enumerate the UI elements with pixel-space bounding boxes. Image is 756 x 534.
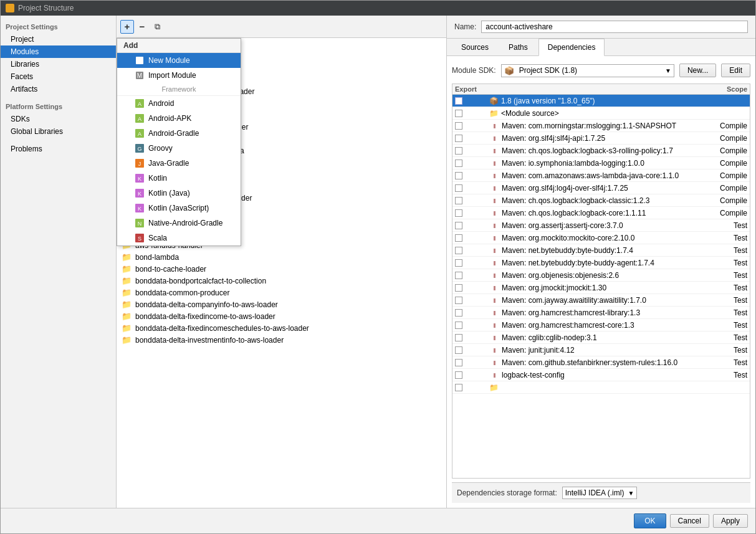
- dep-scope: Test: [697, 371, 747, 379]
- sidebar-item-project[interactable]: Project: [1, 33, 116, 45]
- table-row[interactable]: Maven: org.jmockit:jmockit:1.30 Test: [452, 282, 750, 294]
- table-row[interactable]: Maven: org.mockito:mockito-core:2.10.0 T…: [452, 232, 750, 244]
- dropdown-android-apk[interactable]: A Android-APK: [117, 111, 241, 126]
- dropdown-android-gradle[interactable]: A Android-Gradle: [117, 126, 241, 141]
- dropdown-java-gradle[interactable]: J Java-Gradle: [117, 156, 241, 171]
- export-checkbox[interactable]: [455, 234, 462, 242]
- table-row[interactable]: Maven: ch.qos.logback:logback-core:1.1.1…: [452, 207, 750, 219]
- export-checkbox[interactable]: [455, 297, 462, 304]
- apply-button[interactable]: Apply: [713, 514, 748, 528]
- table-row[interactable]: Maven: cglib:cglib-nodep:3.1 Test: [452, 331, 750, 344]
- name-input[interactable]: [481, 21, 748, 33]
- list-item[interactable]: 📁 bonddata-delta-investmentinfo-to-aws-l…: [117, 334, 446, 346]
- table-row[interactable]: 📁: [452, 381, 750, 394]
- sidebar-item-problems[interactable]: Problems: [1, 143, 116, 155]
- table-row[interactable]: Maven: com.github.stefanbirkner:system-r…: [452, 356, 750, 369]
- new-sdk-button[interactable]: New...: [679, 64, 716, 77]
- sdk-value: Project SDK (1.8): [519, 66, 663, 75]
- export-checkbox[interactable]: [455, 309, 462, 317]
- dropdown-groovy[interactable]: G Groovy: [117, 141, 241, 156]
- table-row[interactable]: 📦 1.8 (java version "1.8.0_65"): [452, 95, 750, 107]
- dropdown-native-android-gradle[interactable]: N Native-Android-Gradle: [117, 216, 241, 231]
- export-checkbox[interactable]: [455, 359, 462, 366]
- table-row[interactable]: Maven: org.hamcrest:hamcrest-library:1.3…: [452, 307, 750, 319]
- export-checkbox[interactable]: [455, 184, 462, 192]
- list-item[interactable]: 📁 bond-to-cache-loader: [117, 263, 446, 275]
- remove-button[interactable]: −: [135, 20, 149, 34]
- table-row[interactable]: 📁 <Module source>: [452, 107, 750, 120]
- table-row[interactable]: Maven: ch.qos.logback:logback-classic:1.…: [452, 194, 750, 207]
- list-item[interactable]: 📁 bonddata-delta-fixedincomeschedules-to…: [117, 322, 446, 334]
- export-checkbox[interactable]: [455, 334, 462, 341]
- dropdown-import-module[interactable]: M Import Module: [117, 68, 241, 83]
- export-checkbox[interactable]: [455, 209, 462, 217]
- table-row[interactable]: Maven: org.objenesis:objenesis:2.6 Test: [452, 269, 750, 282]
- cancel-button[interactable]: Cancel: [670, 514, 709, 528]
- ok-button[interactable]: OK: [634, 513, 666, 528]
- export-checkbox[interactable]: [455, 322, 462, 329]
- export-checkbox[interactable]: [455, 110, 462, 117]
- table-row[interactable]: Maven: net.bytebuddy:byte-buddy:1.7.4 Te…: [452, 244, 750, 257]
- list-item[interactable]: 📁 bonddata-delta-fixedincome-to-aws-load…: [117, 310, 446, 322]
- export-checkbox[interactable]: [455, 346, 462, 354]
- sidebar-item-global-libraries[interactable]: Global Libraries: [1, 125, 116, 138]
- list-item[interactable]: 📁 bonddata-common-producer: [117, 287, 446, 298]
- dropdown-android[interactable]: A Android: [117, 96, 241, 111]
- list-item[interactable]: 📁 bonddata-bondportcalcfact-to-collectio…: [117, 275, 446, 287]
- table-row[interactable]: Maven: org.hamcrest:hamcrest-core:1.3 Te…: [452, 319, 750, 331]
- source-icon: 📁: [489, 109, 499, 118]
- sdk-select[interactable]: 📦 Project SDK (1.8) ▼: [501, 64, 674, 77]
- export-checkbox[interactable]: [455, 97, 462, 105]
- copy-button[interactable]: ⧉: [150, 20, 164, 34]
- tab-paths[interactable]: Paths: [499, 39, 537, 56]
- svg-text:A: A: [138, 131, 141, 137]
- table-row[interactable]: logback-test-config Test: [452, 369, 750, 381]
- tab-dependencies[interactable]: Dependencies: [538, 39, 605, 56]
- tab-sources[interactable]: Sources: [452, 39, 498, 56]
- export-checkbox[interactable]: [455, 197, 462, 204]
- export-checkbox[interactable]: [455, 135, 462, 142]
- sidebar-item-modules[interactable]: Modules: [1, 45, 116, 58]
- dropdown-new-module[interactable]: M New Module: [117, 53, 241, 68]
- dropdown-scala[interactable]: S Scala: [117, 231, 241, 246]
- sidebar-item-sdks[interactable]: SDKs: [1, 113, 116, 125]
- list-item[interactable]: 📁 bond-lambda: [117, 251, 446, 263]
- table-row[interactable]: Maven: com.morningstar:mslogging:1.1-SNA…: [452, 120, 750, 132]
- table-row[interactable]: Maven: net.bytebuddy:byte-buddy-agent:1.…: [452, 257, 750, 269]
- export-checkbox[interactable]: [455, 259, 462, 267]
- dep-scope: Compile: [697, 196, 747, 205]
- export-checkbox[interactable]: [455, 272, 462, 279]
- storage-select[interactable]: IntelliJ IDEA (.iml) ▼: [562, 487, 638, 499]
- export-checkbox[interactable]: [455, 147, 462, 155]
- export-checkbox[interactable]: [455, 222, 462, 229]
- sidebar-item-facets[interactable]: Facets: [1, 70, 116, 83]
- dropdown-kotlin-javascript[interactable]: K Kotlin (JavaScript): [117, 201, 241, 216]
- edit-sdk-button[interactable]: Edit: [721, 64, 750, 77]
- dropdown-kotlin[interactable]: K Kotlin: [117, 171, 241, 186]
- dep-name: Maven: ch.qos.logback:logback-s3-rolling…: [502, 146, 673, 155]
- table-row[interactable]: Maven: org.assertj:assertj-core:3.7.0 Te…: [452, 219, 750, 232]
- export-checkbox[interactable]: [455, 172, 462, 179]
- folder-icon: 📁: [122, 264, 132, 274]
- export-checkbox[interactable]: [455, 247, 462, 254]
- export-checkbox[interactable]: [455, 371, 462, 379]
- table-row[interactable]: Maven: com.jayway.awaitility:awaitility:…: [452, 294, 750, 307]
- add-button[interactable]: +: [120, 20, 134, 34]
- sidebar-item-artifacts[interactable]: Artifacts: [1, 83, 116, 95]
- sidebar-item-libraries[interactable]: Libraries: [1, 58, 116, 70]
- export-checkbox[interactable]: [455, 160, 462, 167]
- table-row[interactable]: Maven: ch.qos.logback:logback-s3-rolling…: [452, 145, 750, 157]
- table-row[interactable]: Maven: io.symphonia:lambda-logging:1.0.0…: [452, 157, 750, 169]
- dep-name: Maven: org.slf4j:log4j-over-slf4j:1.7.25: [502, 184, 628, 193]
- list-item[interactable]: 📁 bonddata-delta-companyinfo-to-aws-load…: [117, 298, 446, 310]
- table-row[interactable]: Maven: org.slf4j:slf4j-api:1.7.25 Compil…: [452, 132, 750, 145]
- module-toolbar: + − ⧉ Add M: [117, 16, 446, 38]
- dep-scope: Test: [697, 333, 747, 342]
- export-checkbox[interactable]: [455, 122, 462, 130]
- table-row[interactable]: Maven: com.amazonaws:aws-lambda-java-cor…: [452, 169, 750, 182]
- export-checkbox[interactable]: [455, 384, 462, 391]
- dropdown-kotlin-java[interactable]: K Kotlin (Java): [117, 186, 241, 201]
- table-row[interactable]: Maven: org.slf4j:log4j-over-slf4j:1.7.25…: [452, 182, 750, 194]
- table-row[interactable]: Maven: junit:junit:4.12 Test: [452, 344, 750, 356]
- export-checkbox[interactable]: [455, 284, 462, 292]
